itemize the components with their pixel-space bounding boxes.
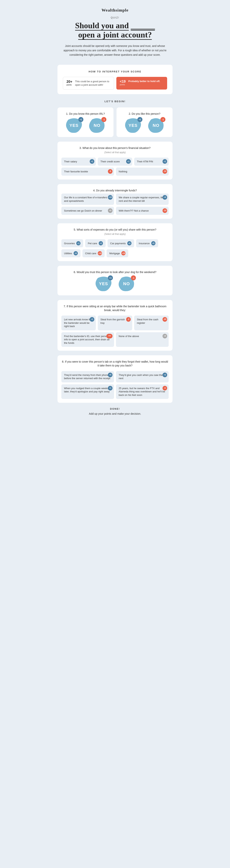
- q8-answer-2[interactable]: When you nudged them a couple weeks late…: [61, 384, 114, 399]
- q8-answer-3[interactable]: 25 years, but he swears the FTX and Alam…: [116, 384, 169, 399]
- q4-answer-3-badge: -10: [162, 208, 167, 213]
- q3-answer-1-badge: +1: [126, 159, 131, 164]
- q1-yes-badge: +1: [78, 117, 83, 122]
- title-line1: Should you and: [75, 21, 129, 31]
- score-grid: 20+ points This could be a good person t…: [63, 77, 167, 90]
- q5-exp-4[interactable]: Utilities +5: [61, 249, 80, 257]
- q7-answer-3-badge: -500: [106, 334, 113, 338]
- q6-yes-badge: +1: [108, 275, 113, 280]
- q2-yes-option[interactable]: +1 YES: [124, 118, 142, 133]
- q5-exp-0-label: Groceries: [64, 242, 75, 245]
- score-bad-desc: Probably better to hold off.: [128, 80, 160, 83]
- q3-answers: Their salary +1 Their credit score +1 Th…: [61, 158, 169, 166]
- q4-answer-1-badge: +4: [162, 195, 167, 200]
- done-title: DONE!: [58, 407, 172, 410]
- q8-answer-1-label: They'd give you cash when you saw them n…: [119, 374, 165, 380]
- q7-answer-2-label: Steal from the cash register: [137, 318, 158, 324]
- q1-title: 1. Do you know this person IRL?: [61, 112, 110, 116]
- q3-answer-1-label: Their credit score: [101, 160, 120, 163]
- q1-no-blob[interactable]: -1 NO: [88, 118, 106, 133]
- q3-answer-1[interactable]: Their credit score +1: [98, 158, 132, 166]
- q2-yn-row: +1 YES -1 NO: [120, 118, 169, 133]
- q7-answer-1-badge: -2: [126, 317, 131, 322]
- q2-yes-blob[interactable]: +1 YES: [124, 118, 142, 133]
- q4-section: 4. Do you already intermingle funds? Our…: [58, 184, 172, 219]
- q5-exp-4-badge: +5: [74, 251, 78, 255]
- q7-answer-0-badge: +1: [90, 317, 94, 322]
- q5-exp-6[interactable]: Mortgage +10: [107, 249, 128, 257]
- q3-answer-0[interactable]: Their salary +1: [61, 158, 96, 166]
- q6-yes-option[interactable]: +1 YES: [95, 276, 112, 291]
- q5-title: 5. What sorts of expenses do you (or wil…: [61, 228, 169, 232]
- q7-answer-4[interactable]: None of the above +0: [116, 332, 169, 347]
- score-section: HOW TO INTERPRET YOUR SCORE 20+ points T…: [58, 65, 172, 94]
- brand-logo: Wealthsimple: [58, 8, 172, 13]
- done-section: DONE! Add up your points and make your d…: [58, 407, 172, 415]
- q5-exp-6-badge: +10: [121, 251, 125, 255]
- q4-answer-3[interactable]: With them?!? Not a chance -10: [116, 207, 169, 215]
- q3-answer-4[interactable]: Nothing -10: [116, 167, 169, 176]
- q3-section: 3. What do you know about this person's …: [58, 142, 172, 180]
- q6-no-badge: -1: [131, 275, 136, 280]
- q8-answer-3-label: 25 years, but he swears the FTX and Alam…: [119, 387, 165, 397]
- q7-answers-row1: Let new arrivals know that the bartender…: [61, 315, 169, 330]
- q5-exp-3-label: Insurance: [139, 242, 150, 245]
- q4-answer-0[interactable]: Our life is a constant flow of e-transfe…: [61, 193, 114, 205]
- q7-answer-0-label: Let new arrivals know that the bartender…: [64, 318, 93, 328]
- q6-yes-label: YES: [99, 281, 108, 286]
- q7-answer-2[interactable]: Steal from the cash register -20: [134, 315, 169, 330]
- q5-exp-1-badge: +1: [99, 241, 103, 245]
- q5-exp-5-label: Child care: [85, 252, 97, 255]
- q3-answers-row2: Their favourite bookie -5 Nothing -10: [61, 167, 169, 176]
- q7-answer-1[interactable]: Steal from the garnish tray -2: [98, 315, 132, 330]
- q2-title: 2. Do you like this person?: [120, 112, 169, 116]
- q3-answer-2[interactable]: Their ATM PIN +1: [134, 158, 169, 166]
- q6-yes-blob[interactable]: +1 YES: [95, 276, 112, 291]
- q8-answer-0[interactable]: They'd send the money from their phone b…: [61, 371, 114, 382]
- q7-answer-2-badge: -20: [162, 317, 167, 322]
- q8-title: 8. If you were to cover this person's ta…: [61, 360, 169, 367]
- lets-begin-label: LET'S BEGIN!: [58, 100, 172, 103]
- q1-yes-blob[interactable]: +1 YES: [65, 118, 83, 133]
- q3-answer-0-label: Their salary: [64, 160, 77, 163]
- q5-exp-2-label: Car payments: [110, 242, 126, 245]
- q5-section: 5. What sorts of expenses do you (or wil…: [58, 223, 172, 261]
- main-title: Should you and ______ open a joint accou…: [58, 21, 172, 39]
- intro-text: Joint accounts should be opened only wit…: [58, 44, 172, 57]
- q3-answer-3[interactable]: Their favourite bookie -5: [61, 167, 114, 176]
- score-good-box: 20+ points This could be a good person t…: [63, 77, 114, 90]
- score-bad-points: <19 points: [120, 80, 126, 86]
- q1-no-option[interactable]: -1 NO: [88, 118, 106, 133]
- q4-answer-0-label: Our life is a constant flow of e-transfe…: [64, 196, 107, 203]
- q5-exp-3[interactable]: Insurance +5: [136, 239, 158, 247]
- q4-answer-0-badge: +10: [108, 195, 113, 200]
- q6-no-blob[interactable]: -1 NO: [118, 276, 135, 291]
- q1-yn-row: +1 YES -1 NO: [61, 118, 110, 133]
- q6-no-option[interactable]: -1 NO: [118, 276, 135, 291]
- q1-section: 1. Do you know this person IRL? +1 YES: [58, 107, 113, 137]
- score-section-title: HOW TO INTERPRET YOUR SCORE: [63, 70, 167, 73]
- q5-exp-0-badge: +1: [76, 241, 80, 245]
- q8-answer-2-badge: +1: [108, 386, 113, 391]
- q8-answer-0-label: They'd send the money from their phone b…: [64, 374, 110, 380]
- q7-answer-3-label: Find the bartender's ID, use their perso…: [64, 335, 110, 344]
- q5-exp-1[interactable]: Pet care +1: [85, 239, 106, 247]
- q1-yes-option[interactable]: +1 YES: [65, 118, 83, 133]
- q5-exp-5[interactable]: Child care +10: [82, 249, 105, 257]
- q5-exp-2[interactable]: Car payments +5: [108, 239, 134, 247]
- q8-answer-1-badge: +2: [162, 373, 167, 377]
- q2-no-blob[interactable]: -1 NO: [147, 118, 165, 133]
- q4-answer-1[interactable]: We share a couple regular expenses, like…: [116, 193, 169, 205]
- q4-answer-2[interactable]: Sometimes we go Dutch on dinner +0: [61, 207, 114, 215]
- done-desc: Add up your points and make your decisio…: [58, 412, 172, 415]
- q4-answer-1-label: We share a couple regular expenses, like…: [119, 196, 164, 203]
- q8-answer-1[interactable]: They'd give you cash when you saw them n…: [116, 371, 169, 382]
- q5-exp-0[interactable]: Groceries +1: [61, 239, 83, 247]
- q7-answer-4-badge: +0: [162, 334, 167, 338]
- q2-no-option[interactable]: -1 NO: [147, 118, 165, 133]
- q4-answer-2-label: Sometimes we go Dutch on dinner: [64, 209, 102, 212]
- q8-answers: They'd send the money from their phone b…: [61, 371, 169, 399]
- q7-answer-3[interactable]: Find the bartender's ID, use their perso…: [61, 332, 114, 347]
- q1-no-label: NO: [94, 123, 101, 128]
- q7-answer-0[interactable]: Let new arrivals know that the bartender…: [61, 315, 96, 330]
